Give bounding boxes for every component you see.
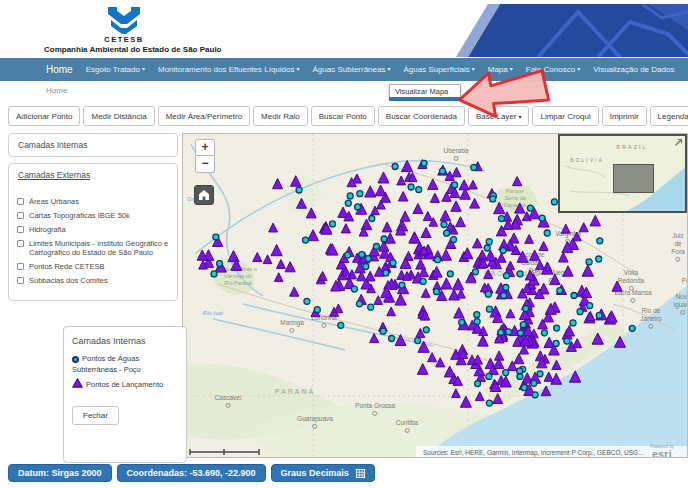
inset-label-bolivia: BOLIVIA xyxy=(570,157,603,163)
menu-item-visualizar-mapa[interactable]: Visualizar Mapa xyxy=(389,84,461,98)
chevron-down-icon: ▾ xyxy=(577,66,580,72)
layer-row-areas-urbanas[interactable]: Áreas Urbanas xyxy=(17,197,169,206)
inset-label-brazil: BRAZIL xyxy=(616,144,647,150)
header: CETESB Companhia Ambiental do Estado de … xyxy=(0,0,688,58)
layer-label: Pontos Rede CETESB xyxy=(29,262,104,271)
org-name: Companhia Ambiental do Estado de São Pau… xyxy=(44,45,204,54)
layer-row-hidrografia[interactable]: Hidrografia xyxy=(17,225,169,234)
cetesb-logo: CETESB Companhia Ambiental do Estado de … xyxy=(44,7,204,54)
panel-camadas-externas: Camadas Externas Áreas UrbanasCartas Top… xyxy=(8,163,178,301)
layer-label: Áreas Urbanas xyxy=(29,197,79,206)
checkbox[interactable] xyxy=(17,198,24,205)
units-badge[interactable]: Graus Decimais xyxy=(271,464,375,482)
chevron-down-icon: ▾ xyxy=(387,66,390,72)
well-point-icon xyxy=(72,356,79,363)
checkbox[interactable] xyxy=(17,263,24,270)
layers-sidebar: Camadas Internas Camadas Externas Áreas … xyxy=(8,133,178,307)
legend-item-pontos-de-lancamento: Pontos de Lançamento xyxy=(72,378,178,390)
checkbox[interactable] xyxy=(17,277,24,284)
nav-item-visualizacao-de-dados[interactable]: Visualização de Dados xyxy=(593,65,674,74)
inset-extent-rect[interactable] xyxy=(613,164,654,193)
buscar-ponto-button[interactable]: Buscar Ponto xyxy=(311,106,375,126)
map-toolbar: Adicionar PontoMedir DistânciaMedir Área… xyxy=(8,106,688,126)
layer-row-cartas-topograficas-ibge-50k[interactable]: Cartas Topográficas IBGE 50k xyxy=(17,211,169,220)
layer-label: Limites Municipais - Instituto Geográfic… xyxy=(29,239,169,257)
home-icon xyxy=(198,189,210,201)
imprimir-button[interactable]: Imprimir xyxy=(602,106,647,126)
panel-camadas-internas-header[interactable]: Camadas Internas xyxy=(9,134,177,156)
nav-item-monitoramento-dos-efluentes-liquidos[interactable]: Monitoramento dos Efluentes Líquidos▾ xyxy=(158,65,300,74)
nav-item-aguas-subterraneas[interactable]: Águas Subterrâneas▾ xyxy=(313,65,391,74)
legend-items: Pontos de Águas Subterrâneas - PoçoPonto… xyxy=(72,353,178,390)
panel-camadas-internas[interactable]: Camadas Internas xyxy=(8,133,178,157)
medir-raio-button[interactable]: Medir Raio xyxy=(253,106,308,126)
layer-label: Subbacias dos Comites xyxy=(29,276,108,285)
legend-close-button[interactable]: Fechar xyxy=(72,406,119,425)
nav-item-esgoto-tratado[interactable]: Esgoto Tratado▾ xyxy=(86,65,145,74)
checkbox[interactable] xyxy=(17,240,24,247)
legend-item-pontos-de-aguas-subterran: Pontos de Águas Subterrâneas - Poço xyxy=(72,353,178,376)
attribution-text: Sources: Esri, HERE, Garmin, Intermap, i… xyxy=(423,449,644,456)
nav-bar: HomeEsgoto Tratado▾Monitoramento dos Efl… xyxy=(0,58,688,81)
map-attribution: Sources: Esri, HERE, Garmin, Intermap, i… xyxy=(416,446,687,458)
discharge-point-icon xyxy=(72,378,83,388)
medir-distancia-button[interactable]: Medir Distância xyxy=(83,106,154,126)
legend-title: Camadas Internas xyxy=(72,336,178,346)
map-canvas[interactable]: UberabaVarginhaPoços de CaldasPouso Aleg… xyxy=(182,133,688,458)
logo-text: CETESB xyxy=(44,35,204,44)
zoom-out-button[interactable]: − xyxy=(195,156,215,173)
panel-camadas-externas-header[interactable]: Camadas Externas xyxy=(9,164,177,186)
checkbox[interactable] xyxy=(17,212,24,219)
legend-item-label: Pontos de Águas Subterrâneas - Poço xyxy=(72,354,141,374)
overview-inset-map[interactable]: BRAZILBOLIVIA xyxy=(558,134,687,213)
adicionar-ponto-button[interactable]: Adicionar Ponto xyxy=(8,106,80,126)
units-grid-icon xyxy=(356,469,365,478)
scale-bar: 050100km xyxy=(189,442,269,458)
home-extent-button[interactable] xyxy=(194,185,214,205)
layer-label: Hidrografia xyxy=(29,225,66,234)
cetesb-logo-icon xyxy=(107,7,141,34)
medir-area-perimetro-button[interactable]: Medir Área/Perímetro xyxy=(158,106,250,126)
breadcrumb: Home xyxy=(46,86,67,95)
legend-panel: Camadas Internas Pontos de Águas Subterr… xyxy=(63,326,187,463)
checkbox[interactable] xyxy=(17,226,24,233)
zoom-in-button[interactable]: + xyxy=(195,139,215,156)
page: CETESB Companhia Ambiental do Estado de … xyxy=(0,0,688,488)
inset-expand-icon[interactable] xyxy=(674,138,683,147)
chevron-down-icon: ▾ xyxy=(142,66,145,72)
coordinates-badge[interactable]: Coordenadas: -53.690, -22.900 xyxy=(117,464,266,482)
legend-item-label: Pontos de Lançamento xyxy=(86,380,163,389)
chevron-down-icon: ▾ xyxy=(297,66,300,72)
layer-row-limites-municipais-instituto-g[interactable]: Limites Municipais - Instituto Geográfic… xyxy=(17,239,169,257)
zoom-controls: + − xyxy=(195,139,215,173)
status-bar: Datum: Sirgas 2000 Coordenadas: -53.690,… xyxy=(8,464,375,482)
layer-row-subbacias-dos-comites[interactable]: Subbacias dos Comites xyxy=(17,276,169,285)
buscar-coordenada-button[interactable]: Buscar Coordenada xyxy=(378,106,465,126)
datum-badge[interactable]: Datum: Sirgas 2000 xyxy=(8,464,112,482)
banner-graphic xyxy=(452,4,688,57)
layer-label: Cartas Topográficas IBGE 50k xyxy=(29,211,130,220)
legenda-button[interactable]: Legenda xyxy=(650,106,688,126)
esri-logo: Powered by esri xyxy=(650,445,674,458)
external-layer-list: Áreas UrbanasCartas Topográficas IBGE 50… xyxy=(9,186,177,300)
nav-item-home[interactable]: Home xyxy=(46,64,73,75)
layer-row-pontos-rede-cetesb[interactable]: Pontos Rede CETESB xyxy=(17,262,169,271)
